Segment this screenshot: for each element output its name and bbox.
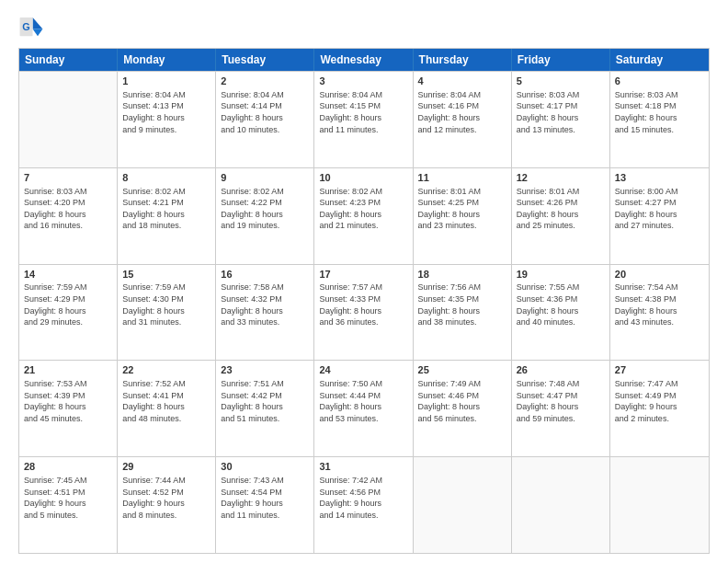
calendar-cell: 1Sunrise: 8:04 AM Sunset: 4:13 PM Daylig…: [118, 72, 216, 167]
calendar-cell: [19, 72, 118, 167]
cell-info: Sunrise: 7:56 AM Sunset: 4:35 PM Dayligh…: [418, 282, 506, 327]
day-number: 17: [319, 268, 407, 282]
day-number: 13: [615, 171, 704, 185]
day-number: 28: [24, 460, 112, 474]
calendar-cell: [414, 457, 512, 553]
cell-info: Sunrise: 7:49 AM Sunset: 4:46 PM Dayligh…: [418, 378, 506, 424]
day-number: 10: [319, 171, 407, 185]
day-header-thursday: Thursday: [414, 49, 512, 71]
calendar-week-1: 1Sunrise: 8:04 AM Sunset: 4:13 PM Daylig…: [19, 71, 709, 167]
calendar-cell: 11Sunrise: 8:01 AM Sunset: 4:25 PM Dayli…: [414, 168, 512, 264]
day-number: 12: [517, 171, 605, 185]
cell-info: Sunrise: 8:02 AM Sunset: 4:23 PM Dayligh…: [319, 186, 407, 232]
calendar-cell: 15Sunrise: 7:59 AM Sunset: 4:30 PM Dayli…: [118, 265, 216, 361]
calendar-cell: 25Sunrise: 7:49 AM Sunset: 4:46 PM Dayli…: [414, 361, 512, 456]
calendar-cell: 13Sunrise: 8:00 AM Sunset: 4:27 PM Dayli…: [610, 168, 709, 264]
calendar-cell: 26Sunrise: 7:48 AM Sunset: 4:47 PM Dayli…: [512, 361, 610, 456]
day-number: 21: [24, 363, 112, 377]
cell-info: Sunrise: 8:04 AM Sunset: 4:16 PM Dayligh…: [418, 89, 506, 135]
day-number: 18: [418, 268, 506, 282]
cell-info: Sunrise: 8:01 AM Sunset: 4:26 PM Dayligh…: [517, 186, 605, 232]
calendar-body: 1Sunrise: 8:04 AM Sunset: 4:13 PM Daylig…: [19, 71, 709, 553]
cell-info: Sunrise: 8:03 AM Sunset: 4:18 PM Dayligh…: [615, 89, 704, 135]
cell-info: Sunrise: 8:03 AM Sunset: 4:20 PM Dayligh…: [24, 186, 112, 232]
cell-info: Sunrise: 8:02 AM Sunset: 4:22 PM Dayligh…: [221, 186, 309, 232]
cell-info: Sunrise: 7:59 AM Sunset: 4:29 PM Dayligh…: [24, 282, 112, 327]
day-number: 5: [517, 75, 605, 88]
day-header-sunday: Sunday: [19, 49, 118, 71]
day-number: 15: [122, 268, 210, 282]
cell-info: Sunrise: 7:50 AM Sunset: 4:44 PM Dayligh…: [319, 378, 407, 424]
calendar-cell: 31Sunrise: 7:42 AM Sunset: 4:56 PM Dayli…: [314, 457, 413, 553]
day-number: 26: [517, 363, 605, 377]
calendar-week-3: 14Sunrise: 7:59 AM Sunset: 4:29 PM Dayli…: [19, 264, 709, 361]
svg-marker-0: [33, 17, 43, 29]
day-number: 31: [319, 460, 407, 474]
day-number: 3: [319, 75, 407, 88]
calendar: SundayMondayTuesdayWednesdayThursdayFrid…: [18, 48, 710, 554]
cell-info: Sunrise: 8:04 AM Sunset: 4:14 PM Dayligh…: [221, 89, 309, 135]
day-number: 8: [122, 171, 210, 185]
calendar-cell: 19Sunrise: 7:55 AM Sunset: 4:36 PM Dayli…: [512, 265, 610, 361]
calendar-cell: 28Sunrise: 7:45 AM Sunset: 4:51 PM Dayli…: [19, 457, 118, 553]
calendar-cell: 20Sunrise: 7:54 AM Sunset: 4:38 PM Dayli…: [610, 265, 709, 361]
cell-info: Sunrise: 7:55 AM Sunset: 4:36 PM Dayligh…: [517, 282, 605, 327]
calendar-week-2: 7Sunrise: 8:03 AM Sunset: 4:20 PM Daylig…: [19, 167, 709, 264]
calendar-cell: 9Sunrise: 8:02 AM Sunset: 4:22 PM Daylig…: [216, 168, 314, 264]
header: G: [18, 15, 710, 40]
day-number: 22: [122, 363, 210, 377]
calendar-cell: 12Sunrise: 8:01 AM Sunset: 4:26 PM Dayli…: [512, 168, 610, 264]
day-number: 27: [615, 363, 704, 377]
calendar-cell: [610, 457, 709, 553]
cell-info: Sunrise: 7:43 AM Sunset: 4:54 PM Dayligh…: [221, 475, 309, 521]
calendar-cell: 29Sunrise: 7:44 AM Sunset: 4:52 PM Dayli…: [118, 457, 216, 553]
calendar-cell: 5Sunrise: 8:03 AM Sunset: 4:17 PM Daylig…: [512, 72, 610, 167]
cell-info: Sunrise: 8:04 AM Sunset: 4:15 PM Dayligh…: [319, 89, 407, 135]
svg-marker-1: [33, 29, 43, 37]
day-number: 11: [418, 171, 506, 185]
page: G SundayMondayTuesdayWednesdayThursdayFr…: [0, 0, 728, 563]
cell-info: Sunrise: 7:42 AM Sunset: 4:56 PM Dayligh…: [319, 475, 407, 521]
day-number: 2: [221, 75, 309, 88]
day-number: 19: [517, 268, 605, 282]
calendar-cell: 7Sunrise: 8:03 AM Sunset: 4:20 PM Daylig…: [19, 168, 118, 264]
cell-info: Sunrise: 8:02 AM Sunset: 4:21 PM Dayligh…: [122, 186, 210, 232]
calendar-cell: 3Sunrise: 8:04 AM Sunset: 4:15 PM Daylig…: [314, 72, 413, 167]
cell-info: Sunrise: 7:53 AM Sunset: 4:39 PM Dayligh…: [24, 378, 112, 424]
day-header-friday: Friday: [512, 49, 610, 71]
day-header-tuesday: Tuesday: [216, 49, 314, 71]
cell-info: Sunrise: 7:54 AM Sunset: 4:38 PM Dayligh…: [615, 282, 704, 327]
calendar-cell: 4Sunrise: 8:04 AM Sunset: 4:16 PM Daylig…: [414, 72, 512, 167]
calendar-cell: 24Sunrise: 7:50 AM Sunset: 4:44 PM Dayli…: [314, 361, 413, 456]
day-number: 29: [122, 460, 210, 474]
calendar-cell: 2Sunrise: 8:04 AM Sunset: 4:14 PM Daylig…: [216, 72, 314, 167]
day-header-wednesday: Wednesday: [314, 49, 413, 71]
calendar-cell: 10Sunrise: 8:02 AM Sunset: 4:23 PM Dayli…: [314, 168, 413, 264]
day-number: 1: [122, 75, 210, 88]
calendar-cell: 16Sunrise: 7:58 AM Sunset: 4:32 PM Dayli…: [216, 265, 314, 361]
calendar-header: SundayMondayTuesdayWednesdayThursdayFrid…: [19, 49, 709, 71]
cell-info: Sunrise: 7:58 AM Sunset: 4:32 PM Dayligh…: [221, 282, 309, 327]
day-number: 30: [221, 460, 309, 474]
day-header-monday: Monday: [118, 49, 216, 71]
calendar-cell: 18Sunrise: 7:56 AM Sunset: 4:35 PM Dayli…: [414, 265, 512, 361]
day-number: 6: [615, 75, 704, 88]
day-number: 4: [418, 75, 506, 88]
svg-text:G: G: [22, 21, 29, 32]
cell-info: Sunrise: 7:45 AM Sunset: 4:51 PM Dayligh…: [24, 475, 112, 521]
day-number: 14: [24, 268, 112, 282]
day-number: 9: [221, 171, 309, 185]
cell-info: Sunrise: 7:44 AM Sunset: 4:52 PM Dayligh…: [122, 475, 210, 521]
day-header-saturday: Saturday: [610, 49, 709, 71]
calendar-cell: 8Sunrise: 8:02 AM Sunset: 4:21 PM Daylig…: [118, 168, 216, 264]
calendar-cell: 14Sunrise: 7:59 AM Sunset: 4:29 PM Dayli…: [19, 265, 118, 361]
day-number: 25: [418, 363, 506, 377]
cell-info: Sunrise: 7:52 AM Sunset: 4:41 PM Dayligh…: [122, 378, 210, 424]
calendar-cell: 21Sunrise: 7:53 AM Sunset: 4:39 PM Dayli…: [19, 361, 118, 456]
calendar-cell: 27Sunrise: 7:47 AM Sunset: 4:49 PM Dayli…: [610, 361, 709, 456]
calendar-cell: 6Sunrise: 8:03 AM Sunset: 4:18 PM Daylig…: [610, 72, 709, 167]
cell-info: Sunrise: 7:47 AM Sunset: 4:49 PM Dayligh…: [615, 378, 704, 424]
cell-info: Sunrise: 8:03 AM Sunset: 4:17 PM Dayligh…: [517, 89, 605, 135]
cell-info: Sunrise: 7:59 AM Sunset: 4:30 PM Dayligh…: [122, 282, 210, 327]
calendar-cell: 23Sunrise: 7:51 AM Sunset: 4:42 PM Dayli…: [216, 361, 314, 456]
